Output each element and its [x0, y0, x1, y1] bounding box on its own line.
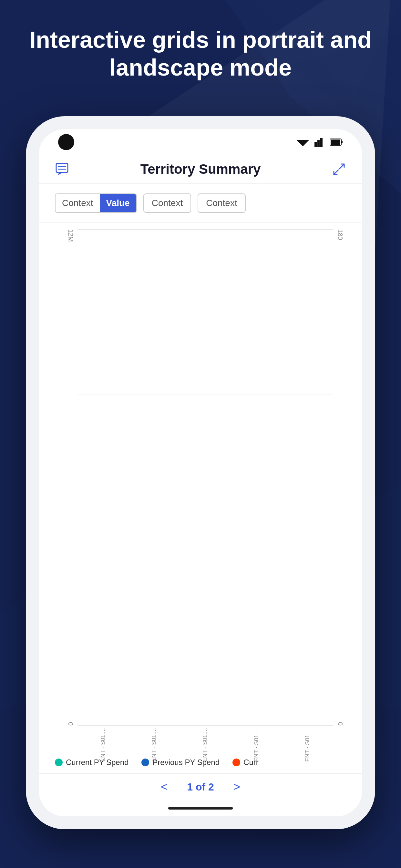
battery-icon: [330, 138, 343, 146]
tab-1-value: Value: [100, 194, 136, 212]
filter-tabs: Context Value Context Context: [39, 184, 362, 223]
x-label-5: ENT - S01....: [304, 728, 311, 762]
status-icons: [297, 137, 343, 147]
filter-tab-2[interactable]: Context: [143, 193, 191, 213]
y-axis-right: 180 0: [333, 229, 352, 748]
legend-label-2: Previous PY Spend: [152, 758, 220, 767]
svg-rect-11: [341, 141, 343, 144]
svg-rect-13: [56, 163, 68, 173]
chat-icon[interactable]: [55, 162, 69, 176]
chart-body: ENT - S01.... ENT - S01.... ENT - S01...…: [78, 229, 333, 748]
svg-rect-12: [331, 140, 340, 145]
svg-rect-8: [317, 140, 320, 147]
home-indicator: [168, 807, 233, 810]
phone-frame: Territory Summary Context Value Context …: [26, 116, 375, 829]
legend-label-1: Current PY Spend: [66, 758, 128, 767]
x-label-2: ENT - S01....: [151, 728, 158, 762]
x-labels: ENT - S01.... ENT - S01.... ENT - S01...…: [78, 725, 333, 748]
status-bar: [39, 129, 362, 155]
legend-dot-2: [142, 758, 149, 766]
page-indicator: 1 of 2: [187, 781, 214, 793]
filter-tab-1[interactable]: Context Value: [55, 193, 137, 213]
y-axis-left: 12M 0: [58, 229, 78, 748]
filter-tab-3[interactable]: Context: [197, 193, 246, 213]
chart-legend: Current PY Spend Previous PY Spend Curr: [39, 751, 362, 773]
x-label-1: ENT - S01....: [100, 728, 106, 762]
legend-dot-3: [233, 758, 240, 766]
svg-line-18: [334, 170, 338, 175]
bars-container: [78, 229, 333, 725]
app-header: Territory Summary: [39, 155, 362, 184]
y-right-label-top: 180: [336, 229, 344, 240]
chart-area: 12M 0: [39, 223, 362, 751]
y-right-label-bottom: 0: [336, 722, 344, 725]
expand-collapse-icon[interactable]: [332, 162, 346, 176]
x-label-3: ENT - S01....: [202, 728, 209, 762]
svg-rect-9: [320, 138, 322, 147]
legend-dot-1: [55, 758, 63, 766]
chart-container: 12M 0: [58, 229, 352, 748]
legend-item-1: Current PY Spend: [55, 758, 128, 767]
x-label-4: ENT - S01....: [253, 728, 260, 762]
app-title: Territory Summary: [141, 161, 261, 177]
svg-rect-7: [314, 142, 317, 147]
svg-line-17: [340, 164, 344, 168]
wifi-icon: [297, 137, 309, 147]
camera-cutout: [58, 134, 74, 150]
phone-screen: Territory Summary Context Value Context …: [39, 129, 362, 816]
tab-1-context: Context: [56, 194, 100, 212]
prev-page-button[interactable]: <: [161, 780, 167, 794]
pagination: < 1 of 2 >: [39, 773, 362, 800]
y-label-bottom: 0: [67, 722, 74, 725]
signal-icon: [314, 137, 325, 147]
next-page-button[interactable]: >: [234, 780, 240, 794]
page-title: Interactive grids in portrait and landsc…: [0, 26, 401, 82]
y-label-top: 12M: [67, 229, 74, 242]
svg-marker-6: [297, 140, 309, 146]
home-bar: [39, 800, 362, 816]
